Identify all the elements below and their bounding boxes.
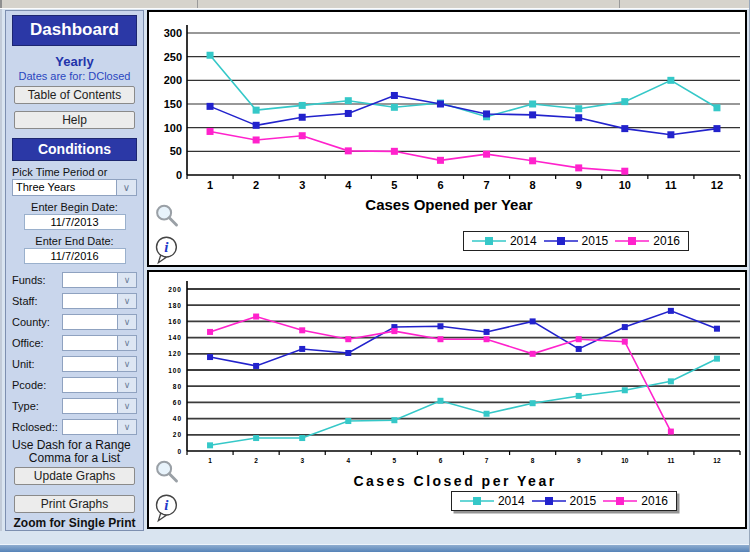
pcode-value [62,377,118,393]
yearly-label: Yearly [12,54,137,69]
end-date-field[interactable] [24,248,126,264]
svg-text:50: 50 [170,145,182,157]
cases-opened-panel: 050100150200250300123456789101112 Cases … [147,10,747,267]
svg-text:5: 5 [391,179,397,191]
legend-item-2015: 2015 [544,234,609,248]
legend-item-2016: 2016 [603,494,668,508]
rclosed-select[interactable]: ∨ [62,419,137,435]
time-period-label: Pick Time Period or [12,166,137,178]
svg-text:8: 8 [530,179,536,191]
dashboard-window: Dashboard Yearly Dates are for: DClosed … [0,0,750,552]
filter-row: Rclosed::∨ [12,416,137,437]
legend-swatch-icon [603,496,637,506]
svg-text:0: 0 [176,169,182,181]
chevron-down-icon[interactable]: ∨ [118,293,137,309]
unit-select[interactable]: ∨ [62,356,137,372]
conditions-header: Conditions [12,138,137,161]
time-period-value: Three Years [12,179,117,196]
chevron-down-icon[interactable]: ∨ [118,419,137,435]
cases-opened-title: Cases Opened per Year [169,196,729,213]
svg-text:300: 300 [164,27,182,39]
legend-label: 2014 [498,494,525,508]
unit-label: Unit: [12,358,62,370]
filter-row: Staff:∨ [12,290,137,311]
type-label: Type: [12,400,62,412]
time-period-select[interactable]: Three Years ∨ [12,179,137,196]
county-select[interactable]: ∨ [62,314,137,330]
bottom-blue-strip [0,544,749,552]
topbar-separator [619,0,620,8]
svg-text:5: 5 [393,457,397,464]
begin-date-field[interactable] [24,214,126,230]
office-select[interactable]: ∨ [62,335,137,351]
svg-text:12: 12 [713,457,721,464]
window-top-edge [0,0,749,9]
svg-text:3: 3 [299,179,305,191]
svg-text:20: 20 [173,431,182,438]
funds-label: Funds: [12,274,62,286]
svg-text:3: 3 [300,457,304,464]
filter-row: Pcode:∨ [12,374,137,395]
info-bubble-icon[interactable]: i [153,235,181,265]
svg-text:9: 9 [577,457,581,464]
chevron-down-icon[interactable]: ∨ [118,314,137,330]
svg-text:11: 11 [665,179,677,191]
funds-value [62,272,118,288]
svg-text:7: 7 [483,179,489,191]
cases-closed-legend: 201420152016 [451,491,677,511]
begin-date-label: Enter Begin Date: [12,201,137,213]
type-value [62,398,118,414]
pcode-label: Pcode: [12,379,62,391]
chevron-down-icon[interactable]: ∨ [118,398,137,414]
svg-text:40: 40 [173,415,182,422]
legend-item-2015: 2015 [532,494,597,508]
table-of-contents-button[interactable]: Table of Contents [14,86,135,104]
print-graphs-button[interactable]: Print Graphs [14,495,135,513]
cases-closed-title: Cases Closed per Year [169,473,741,489]
rclosed-label: Rclosed:: [12,421,62,433]
office-label: Office: [12,337,62,349]
magnifier-icon[interactable] [154,202,181,230]
funds-select[interactable]: ∨ [62,272,137,288]
help-button[interactable]: Help [14,111,135,129]
chevron-down-icon[interactable]: ∨ [118,356,137,372]
filter-list: Funds:∨Staff:∨County:∨Office:∨Unit:∨Pcod… [12,269,137,437]
type-select[interactable]: ∨ [62,398,137,414]
svg-text:250: 250 [164,51,182,63]
legend-label: 2015 [582,234,609,248]
legend-label: 2014 [510,234,537,248]
info-bubble-icon[interactable]: i [153,493,181,523]
chevron-down-icon[interactable]: ∨ [118,272,137,288]
legend-label: 2015 [570,494,597,508]
update-graphs-button[interactable]: Update Graphs [14,467,135,485]
legend-label: 2016 [641,494,668,508]
filter-row: Type:∨ [12,395,137,416]
chevron-down-icon[interactable]: ∨ [118,335,137,351]
svg-text:150: 150 [164,98,182,110]
svg-text:10: 10 [621,457,629,464]
window-edge-line [0,0,2,8]
county-label: County: [12,316,62,328]
legend-swatch-icon [472,236,506,246]
topbar-separator [197,0,198,8]
filter-row: County:∨ [12,311,137,332]
legend-item-2016: 2016 [615,234,680,248]
charts-column: 050100150200250300123456789101112 Cases … [147,10,747,531]
cases-closed-chart: 0204060801001201401601802001234567891011… [149,272,745,474]
magnifier-icon[interactable] [154,458,181,486]
chevron-down-icon[interactable]: ∨ [117,179,137,196]
svg-text:11: 11 [667,457,674,464]
staff-value [62,293,118,309]
unit-value [62,356,118,372]
svg-text:9: 9 [576,179,582,191]
svg-text:100: 100 [168,367,182,374]
svg-text:6: 6 [437,179,443,191]
svg-text:100: 100 [164,122,182,134]
svg-text:80: 80 [173,383,182,390]
pcode-select[interactable]: ∨ [62,377,137,393]
staff-select[interactable]: ∨ [62,293,137,309]
legend-swatch-icon [460,496,494,506]
chevron-down-icon[interactable]: ∨ [118,377,137,393]
window-bottom-edge [0,531,749,552]
page-title: Dashboard [12,15,137,46]
